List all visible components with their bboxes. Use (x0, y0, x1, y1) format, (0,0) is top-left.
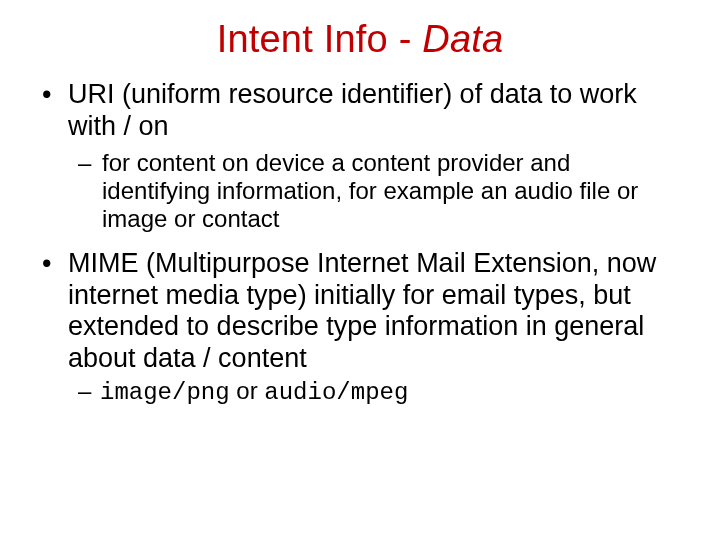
slide: Intent Info - Data URI (uniform resource… (0, 0, 720, 540)
mime-join: or (230, 377, 265, 404)
bullet-mime-text: MIME (Multipurpose Internet Mail Extensi… (68, 248, 656, 374)
title-prefix: Intent Info - (217, 18, 423, 60)
mime-code-1: image/png (100, 379, 230, 406)
bullet-uri-sublist: for content on device a content provider… (68, 149, 684, 234)
bullet-uri-sub: for content on device a content provider… (100, 149, 684, 234)
bullet-mime-sub: image/png or audio/mpeg (100, 377, 684, 407)
bullet-uri: URI (uniform resource identifier) of dat… (64, 79, 684, 234)
bullet-mime: MIME (Multipurpose Internet Mail Extensi… (64, 248, 684, 408)
bullet-uri-text: URI (uniform resource identifier) of dat… (68, 79, 637, 141)
mime-code-2: audio/mpeg (264, 379, 408, 406)
slide-title: Intent Info - Data (36, 18, 684, 61)
title-emphatic: Data (422, 18, 503, 60)
bullet-list: URI (uniform resource identifier) of dat… (36, 79, 684, 407)
